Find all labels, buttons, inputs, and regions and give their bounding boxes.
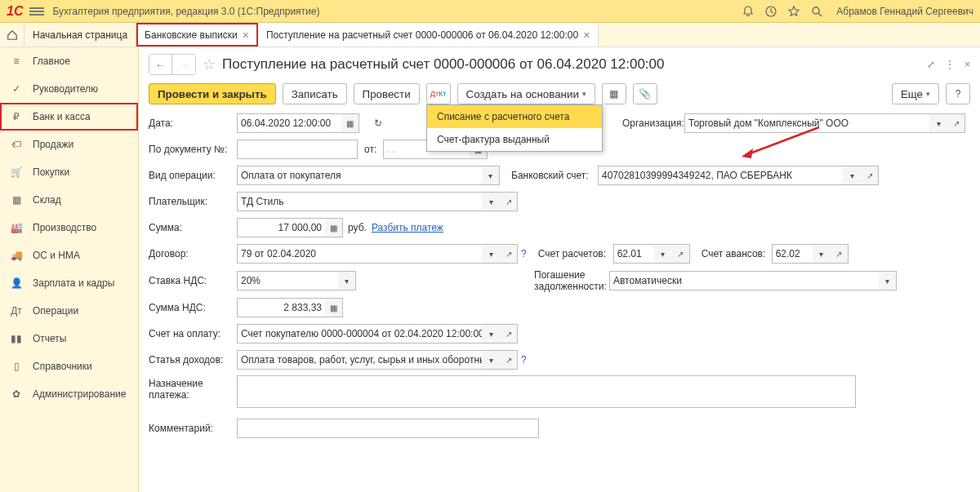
- sidebar-item-label: Операции: [33, 305, 78, 317]
- tab-label: Начальная страница: [33, 29, 127, 41]
- payer-field[interactable]: ТД Стиль: [237, 192, 482, 211]
- calc-icon[interactable]: ▦: [325, 298, 343, 317]
- forward-button[interactable]: →: [172, 55, 195, 74]
- sidebar-item-salary[interactable]: 👤Зарплата и кадры: [0, 269, 138, 297]
- favorite-icon[interactable]: ☆: [203, 55, 216, 73]
- date-field[interactable]: 06.04.2020 12:00:00: [237, 113, 341, 133]
- bell-icon[interactable]: [742, 5, 755, 18]
- attach-icon[interactable]: 📎: [633, 83, 657, 104]
- create-based-button[interactable]: Создать на основании▾: [457, 83, 595, 104]
- open-icon[interactable]: ↗: [831, 244, 849, 264]
- menu-item-writeoff[interactable]: Списание с расчетного счета: [427, 105, 602, 128]
- dtkt-icon[interactable]: ДтКт: [426, 83, 451, 104]
- split-payment-link[interactable]: Разбить платеж: [372, 222, 443, 233]
- open-icon[interactable]: ↗: [500, 192, 518, 211]
- open-icon[interactable]: ↗: [947, 113, 965, 133]
- help-button[interactable]: ?: [946, 83, 970, 104]
- optype-field[interactable]: Оплата от покупателя: [237, 166, 482, 185]
- open-icon[interactable]: ↗: [500, 350, 518, 370]
- open-icon[interactable]: ↗: [861, 166, 879, 185]
- sidebar-item-operations[interactable]: ДтОперации: [0, 297, 138, 325]
- debt-field[interactable]: Автоматически: [609, 271, 879, 290]
- open-icon[interactable]: ↗: [500, 244, 518, 264]
- menu-item-invoice[interactable]: Счет-фактура выданный: [427, 128, 602, 151]
- create-based-menu: Списание с расчетного счета Счет-фактура…: [426, 104, 603, 152]
- star-icon[interactable]: [787, 5, 800, 18]
- optype-label: Вид операции:: [149, 170, 237, 181]
- tab-document[interactable]: Поступление на расчетный счет 0000-00000…: [258, 23, 599, 47]
- dropdown-icon[interactable]: ▾: [813, 244, 831, 264]
- invoice-field[interactable]: Счет покупателю 0000-000004 от 02.04.202…: [237, 324, 482, 344]
- close-icon[interactable]: ×: [583, 29, 590, 42]
- sidebar-item-main[interactable]: ≡Главное: [0, 47, 138, 75]
- acc-settle-field[interactable]: 62.01: [613, 244, 654, 264]
- more-button[interactable]: Еще▾: [892, 83, 939, 104]
- dropdown-icon[interactable]: ▾: [879, 271, 897, 290]
- dropdown-icon[interactable]: ▾: [482, 350, 500, 370]
- link-icon[interactable]: ⤢: [927, 59, 935, 70]
- contract-field[interactable]: 79 от 02.04.2020: [237, 244, 482, 264]
- comment-field[interactable]: [237, 419, 539, 438]
- save-button[interactable]: Записать: [283, 83, 347, 104]
- home-icon[interactable]: [0, 23, 24, 47]
- sidebar-item-label: Администрирование: [33, 388, 126, 400]
- dropdown-icon[interactable]: ▾: [482, 324, 500, 344]
- help-icon[interactable]: ?: [521, 248, 527, 259]
- post-close-button[interactable]: Провести и закрыть: [149, 83, 276, 104]
- dropdown-icon[interactable]: ▾: [654, 244, 672, 264]
- post-button[interactable]: Провести: [354, 83, 420, 104]
- sidebar-item-admin[interactable]: ✿Администрирование: [0, 380, 138, 408]
- dropdown-icon[interactable]: ▾: [482, 192, 500, 211]
- vat-sum-label: Сумма НДС:: [149, 302, 237, 313]
- open-icon[interactable]: ↗: [672, 244, 690, 264]
- sidebar-item-reports[interactable]: ▮▮Отчеты: [0, 325, 138, 352]
- sidebar-item-warehouse[interactable]: ▦Склад: [0, 186, 138, 214]
- calendar-icon[interactable]: ▦: [341, 113, 359, 133]
- search-icon[interactable]: [810, 5, 823, 18]
- sidebar-item-production[interactable]: 🏭Производство: [0, 214, 138, 242]
- dropdown-icon[interactable]: ▾: [482, 166, 500, 185]
- dropdown-icon[interactable]: ▾: [482, 244, 500, 264]
- sidebar-item-manager[interactable]: ✓Руководителю: [0, 75, 138, 103]
- dropdown-icon[interactable]: ▾: [843, 166, 861, 185]
- more-icon[interactable]: ⋮: [945, 59, 955, 70]
- dropdown-icon[interactable]: ▾: [929, 113, 947, 133]
- sidebar-item-purchases[interactable]: 🛒Покупки: [0, 158, 138, 186]
- sidebar-item-directories[interactable]: ▯Справочники: [0, 352, 138, 380]
- refresh-icon[interactable]: ↻: [366, 113, 390, 134]
- sidebar-item-assets[interactable]: 🚚ОС и НМА: [0, 242, 138, 269]
- close-icon[interactable]: ×: [964, 59, 970, 70]
- sum-field[interactable]: 17 000,00: [237, 218, 325, 237]
- income-field[interactable]: Оплата товаров, работ, услуг, сырья и ин…: [237, 350, 482, 370]
- ops-icon: Дт: [10, 304, 23, 317]
- menu-icon[interactable]: [29, 6, 44, 17]
- docnum-field[interactable]: [237, 140, 358, 159]
- vat-sum-field[interactable]: 2 833,33: [237, 298, 325, 317]
- acc-settle-label: Счет расчетов:: [527, 248, 613, 259]
- close-icon[interactable]: ×: [243, 29, 249, 42]
- doc-header: ← → ☆ Поступление на расчетный счет 0000…: [149, 52, 970, 77]
- purpose-field[interactable]: [237, 375, 856, 408]
- field-value: 79 от 02.04.2020: [241, 248, 316, 259]
- sidebar-item-sales[interactable]: 🏷Продажи: [0, 131, 138, 158]
- bankacc-field[interactable]: 40702810399994349242, ПАО СБЕРБАНК: [598, 166, 843, 185]
- sidebar-item-bank[interactable]: ₽Банк и касса: [0, 103, 138, 131]
- invoice-label: Счет на оплату:: [149, 328, 237, 339]
- tab-bank-statements[interactable]: Банковские выписки×: [136, 23, 258, 47]
- acc-advance-field[interactable]: 62.02: [772, 244, 813, 264]
- history-icon[interactable]: [764, 5, 777, 18]
- structure-icon[interactable]: ▦: [602, 83, 626, 104]
- tab-start[interactable]: Начальная страница: [24, 23, 136, 47]
- org-field[interactable]: Торговый дом "Комплексный" ООО: [684, 113, 929, 133]
- open-icon[interactable]: ↗: [500, 324, 518, 344]
- user-name[interactable]: Абрамов Геннадий Сергеевич: [836, 6, 973, 17]
- field-value: 62.01: [617, 248, 642, 259]
- comment-label: Комментарий:: [149, 423, 237, 434]
- sidebar-item-label: Производство: [33, 222, 96, 233]
- help-icon[interactable]: ?: [521, 354, 527, 366]
- calc-icon[interactable]: ▦: [325, 218, 343, 237]
- dropdown-icon[interactable]: ▾: [338, 271, 356, 290]
- back-button[interactable]: ←: [149, 55, 172, 74]
- vat-rate-field[interactable]: 20%: [237, 271, 338, 290]
- field-value: 40702810399994349242, ПАО СБЕРБАНК: [602, 170, 792, 181]
